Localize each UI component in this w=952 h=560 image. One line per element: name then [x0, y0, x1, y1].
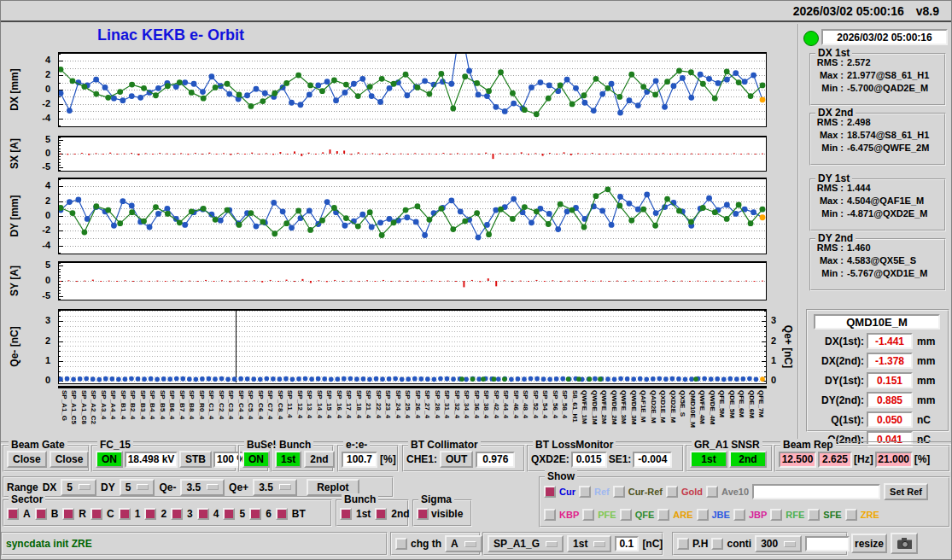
1st-checkbox[interactable] — [340, 508, 352, 520]
sigma-visible-checkbox[interactable] — [417, 508, 429, 520]
are-checkbox[interactable] — [657, 509, 669, 521]
dropdown-indicator-icon — [207, 484, 219, 490]
cur-checkbox[interactable] — [544, 486, 556, 498]
bunch-1st-button[interactable]: 1st — [275, 451, 301, 468]
beam-gate-close-2-button[interactable]: Close — [50, 451, 90, 468]
checkbox-label: ARE — [673, 510, 692, 520]
gr-snsr-2nd-button[interactable]: 2nd — [729, 451, 767, 468]
beam-gate-close-1-button[interactable]: Close — [7, 451, 47, 468]
2nd-checkbox[interactable] — [375, 508, 387, 520]
monitor-row-value: -1.378 — [867, 353, 913, 369]
conti-checkbox[interactable] — [711, 538, 723, 550]
qfe-checkbox[interactable] — [620, 509, 632, 521]
6-checkbox[interactable] — [249, 508, 261, 520]
chg-th-checkbox[interactable] — [395, 538, 407, 550]
a-checkbox[interactable] — [7, 508, 19, 520]
ee-ratio-label: e-:e- — [343, 439, 370, 451]
3-checkbox[interactable] — [171, 508, 183, 520]
c-checkbox[interactable] — [91, 508, 102, 520]
y-tick-label: -2 — [28, 225, 50, 235]
x-tick-label: QXD1E_M — [657, 390, 668, 440]
x-tick-label: SP_11_4 — [284, 390, 295, 440]
stat-row-value: 21.977@S8_61_H1 — [847, 70, 929, 80]
checkbox-label: 5 — [239, 508, 245, 520]
count-select[interactable]: 300 — [755, 535, 802, 552]
b-checkbox[interactable] — [35, 508, 47, 520]
x-tick-label: SP_A1_C5 — [68, 390, 79, 440]
stat-row: Max :4.583@QX5E_S — [813, 255, 943, 265]
bunch-order-select[interactable]: 1st — [567, 535, 611, 552]
resize-button[interactable]: resize — [851, 534, 887, 553]
x-tick-label: SP_58_4 — [559, 390, 569, 440]
gold-checkbox[interactable] — [666, 486, 678, 498]
cur-ref-checkbox[interactable] — [613, 486, 625, 498]
x-tick-label: SP_C5_4 — [245, 390, 255, 440]
acquisition-box: P.H conti 300 — [672, 532, 848, 556]
x-tick-label: SP_C6_4 — [254, 390, 265, 440]
bt-checkbox[interactable] — [276, 508, 288, 520]
gr-snsr-1st-button[interactable]: 1st — [690, 451, 727, 468]
checkbox-label: RFE — [786, 510, 804, 520]
x-tick-label: QDE_6M — [745, 390, 756, 440]
chg-th-select[interactable]: A — [445, 535, 482, 552]
x-tick-label: SP_18_4 — [353, 390, 363, 440]
5-checkbox[interactable] — [223, 508, 235, 520]
monitor-row-value: 0.050 — [867, 411, 913, 428]
pfe-checkbox[interactable] — [582, 509, 594, 521]
jbe-checkbox[interactable] — [697, 509, 709, 521]
extra-input[interactable] — [805, 536, 850, 551]
x-axis-bar — [58, 386, 767, 388]
fc15-on-button[interactable]: ON — [96, 451, 123, 468]
threshold-input[interactable] — [615, 536, 639, 551]
sfe-checkbox[interactable] — [808, 509, 820, 521]
checkbox-label: Ref — [594, 487, 610, 497]
x-tick-label: SP_A2_C2 — [88, 390, 98, 440]
zre-checkbox[interactable] — [845, 509, 857, 521]
range-qep-select[interactable]: 3.5 — [253, 479, 297, 496]
rfe-checkbox[interactable] — [770, 509, 782, 521]
stat-row: Min :-6.475@QWFE_2M — [813, 143, 943, 153]
chg-th-value: A — [451, 538, 458, 550]
4-checkbox[interactable] — [197, 508, 209, 520]
range-dx-select[interactable]: 5 — [61, 479, 96, 496]
bunch-label: Bunch — [277, 439, 313, 451]
busel-on-button[interactable]: ON — [242, 451, 270, 468]
set-ref-button[interactable]: Set Ref — [884, 483, 928, 500]
x-tick-label: SP_B1_4 — [117, 390, 127, 440]
range-qem-select[interactable]: 3.5 — [180, 479, 225, 496]
busel-box: BuSel ON — [238, 445, 269, 472]
beam-rep-value-2: 2.625 — [818, 452, 852, 468]
dropdown-indicator-icon — [546, 541, 558, 547]
monitor-rows: DX(1st):-1.441mmDX(2nd):-1.378mmDY(1st):… — [808, 331, 948, 449]
x-tick-label: SP_B5_4 — [156, 390, 166, 440]
fc15-stb-button[interactable]: STB — [179, 451, 212, 468]
2-checkbox[interactable] — [144, 508, 156, 520]
jbp-checkbox[interactable] — [733, 509, 745, 521]
snapshot-button[interactable] — [891, 533, 918, 554]
1-checkbox[interactable] — [119, 508, 131, 520]
che1-out-button[interactable]: OUT — [440, 451, 473, 468]
bunch-2nd-button[interactable]: 2nd — [304, 451, 334, 468]
r-checkbox[interactable] — [62, 508, 74, 520]
x-tick-label: SP_A1_G — [58, 390, 68, 440]
stat-row: Max :18.574@S8_61_H1 — [813, 130, 943, 140]
x-tick-label: QWFE_2M — [599, 390, 609, 440]
sy-plot — [58, 261, 767, 300]
ph-checkbox[interactable] — [677, 538, 689, 550]
ref-name-input[interactable] — [752, 484, 880, 499]
x-tick-label: SP_36_4 — [470, 390, 481, 440]
x-tick-label: QAF1E_M — [638, 390, 648, 440]
sp-select[interactable]: SP_A1_G — [488, 535, 564, 552]
stat-box-3: DY 2ndRMS :1.460Max :4.583@QX5E_SMin :-5… — [809, 238, 946, 291]
kbp-checkbox[interactable] — [544, 509, 556, 521]
range-dy-select[interactable]: 5 — [120, 479, 155, 496]
ref-checkbox[interactable] — [579, 486, 591, 498]
range-dx-label: DX — [43, 481, 57, 493]
range-box: Range DX 5 DY 5 Qe- 3.5 Qe+ 3.5 Replot — [3, 476, 394, 498]
stat-row-key: Max : — [813, 70, 844, 80]
y-tick-label: 5 — [28, 134, 50, 144]
ave10-checkbox[interactable] — [706, 486, 718, 498]
stat-row-key: Max : — [813, 195, 844, 206]
y-tick-label: -4 — [28, 240, 50, 250]
x-tick-label: QWFE_4M — [697, 390, 707, 440]
